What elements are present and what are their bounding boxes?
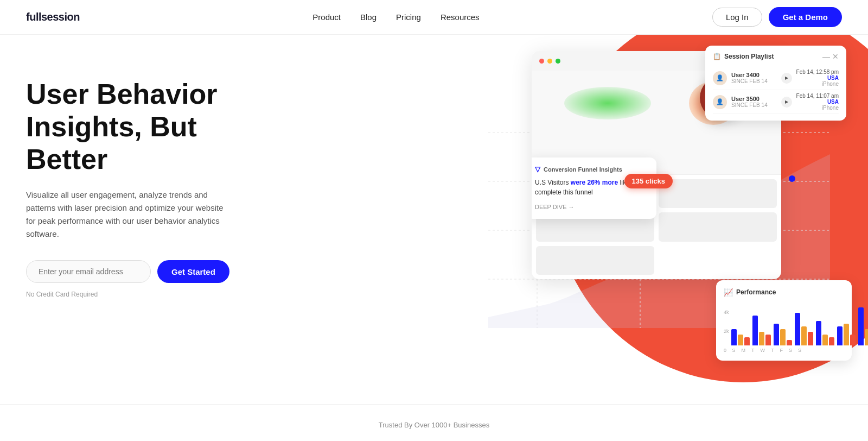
- session-info-2: User 3500 SINCE FEB 14: [731, 96, 777, 108]
- session-play-2[interactable]: ▶: [781, 97, 792, 108]
- nav-resources[interactable]: Resources: [441, 12, 480, 22]
- bar-blue-2: [752, 316, 758, 345]
- browser-dot-green: [556, 59, 560, 64]
- session-device-2: iPhone: [796, 105, 839, 111]
- heatmap-green: [564, 87, 651, 119]
- perf-icon: 📈: [724, 288, 733, 297]
- session-sub-1: SINCE FEB 14: [731, 78, 777, 84]
- thumb-2: [659, 179, 777, 208]
- session-row-2: 👤 User 3500 SINCE FEB 14 ▶ Feb 14, 11:07…: [713, 90, 839, 114]
- bar-blue-1: [731, 329, 737, 345]
- email-input[interactable]: [26, 260, 151, 283]
- bar-group-m: [752, 316, 771, 345]
- bar-group-s1: [731, 329, 750, 345]
- bar-orange-6: [844, 324, 849, 345]
- session-playlist-card: 📋 Session Playlist —✕ 👤 User 3400 SINCE …: [705, 46, 846, 121]
- clicks-badge: 135 clicks: [624, 174, 673, 188]
- hero-visuals: ▽ Conversion Funnel Insights U.S Visitor…: [380, 35, 868, 393]
- session-device-1: iPhone: [796, 81, 839, 87]
- bar-blue-6: [837, 326, 843, 345]
- trusted-label: Trusted By Over 1000+ Businesses: [0, 421, 868, 429]
- session-date-2: Feb 14, 11:07 am: [796, 93, 839, 99]
- session-avatar-1: 👤: [713, 71, 727, 85]
- perf-chart: [731, 302, 868, 345]
- bar-orange-3: [780, 329, 786, 345]
- thumb-4: [659, 212, 777, 241]
- browser-dot-yellow: [547, 59, 552, 64]
- svg-point-9: [789, 175, 795, 182]
- perf-y-4k: 4k: [724, 310, 729, 315]
- label-s1: S: [732, 348, 736, 353]
- hero-section: User Behavior Insights, But Better Visua…: [0, 35, 868, 404]
- nav-links: Product Blog Pricing Resources: [312, 12, 479, 22]
- bar-blue-5: [816, 321, 821, 345]
- nav-product[interactable]: Product: [312, 12, 341, 22]
- hero-title: User Behavior Insights, But Better: [26, 78, 265, 175]
- logo: fullsession: [26, 11, 80, 23]
- session-date-1: Feb 14, 12:58 pm: [796, 69, 839, 75]
- label-f: F: [780, 348, 783, 353]
- perf-title: Performance: [736, 288, 776, 296]
- session-playlist-title: 📋 Session Playlist: [713, 53, 774, 60]
- perf-y-axis: 4k 2k 0: [724, 310, 729, 353]
- conversion-card: ▽ Conversion Funnel Insights U.S Visitor…: [532, 158, 656, 219]
- conversion-title: ▽ Conversion Funnel Insights: [535, 165, 648, 173]
- trusted-section: Trusted By Over 1000+ Businesses ⁘ POLYM…: [0, 404, 868, 441]
- session-play-1[interactable]: ▶: [781, 73, 792, 84]
- label-t1: T: [751, 348, 755, 353]
- session-meta-1: Feb 14, 12:58 pm USA iPhone: [796, 69, 839, 87]
- browser-dot-red: [539, 59, 544, 64]
- bar-group-w: [795, 313, 813, 345]
- bar-orange-4: [801, 326, 807, 345]
- bar-red-4: [808, 332, 813, 345]
- session-avatar-2: 👤: [713, 95, 727, 109]
- get-demo-button[interactable]: Get a Demo: [769, 7, 842, 27]
- login-button[interactable]: Log In: [712, 8, 762, 27]
- session-name-1: User 3400: [731, 72, 777, 78]
- nav-actions: Log In Get a Demo: [712, 7, 842, 27]
- no-credit-card-note: No Credit Card Required: [26, 291, 265, 298]
- bar-blue-3: [774, 324, 779, 345]
- bar-red-6: [850, 335, 856, 345]
- session-country-2: USA: [796, 99, 839, 105]
- session-close-icon[interactable]: —✕: [822, 52, 839, 61]
- deep-dive-link[interactable]: DEEP DIVE →: [535, 204, 575, 210]
- bar-red-5: [829, 337, 834, 345]
- nav-blog[interactable]: Blog: [360, 12, 376, 22]
- label-m: M: [742, 348, 746, 353]
- session-country-1: USA: [796, 75, 839, 81]
- bar-red-1: [744, 337, 750, 345]
- hero-left: User Behavior Insights, But Better Visua…: [26, 73, 265, 298]
- bar-blue-7: [858, 307, 864, 345]
- session-meta-2: Feb 14, 11:07 am USA iPhone: [796, 93, 839, 111]
- bar-group-t2: [816, 321, 834, 345]
- session-row-1: 👤 User 3400 SINCE FEB 14 ▶ Feb 14, 12:58…: [713, 66, 839, 90]
- nav-pricing[interactable]: Pricing: [396, 12, 421, 22]
- bar-orange-7: [865, 329, 868, 345]
- session-info-1: User 3400 SINCE FEB 14: [731, 72, 777, 84]
- funnel-icon: ▽: [535, 165, 540, 173]
- session-sub-2: SINCE FEB 14: [731, 102, 777, 108]
- bar-group-f: [837, 324, 856, 345]
- label-s2: S: [789, 348, 792, 353]
- bar-orange-2: [759, 332, 764, 345]
- label-s3: S: [798, 348, 801, 353]
- get-started-button[interactable]: Get Started: [157, 260, 229, 283]
- thumb-5: [536, 246, 654, 275]
- hero-description: Visualize all user engagement, analyze t…: [26, 188, 232, 241]
- label-t2: T: [771, 348, 774, 353]
- perf-header: 📈 Performance: [724, 288, 844, 297]
- navbar: fullsession Product Blog Pricing Resourc…: [0, 0, 868, 35]
- bar-blue-4: [795, 313, 800, 345]
- performance-card: 📈 Performance 4k 2k 0: [716, 280, 852, 361]
- label-w: W: [761, 348, 765, 353]
- perf-y-2k: 2k: [724, 329, 729, 334]
- session-header: 📋 Session Playlist —✕: [713, 52, 839, 61]
- perf-x-labels: S M T W T F S S: [731, 348, 868, 353]
- session-name-2: User 3500: [731, 96, 777, 102]
- bar-red-2: [765, 335, 771, 345]
- bar-orange-1: [738, 335, 743, 345]
- bar-red-3: [787, 340, 792, 345]
- bar-group-s2: [858, 307, 868, 345]
- bar-orange-5: [822, 335, 828, 345]
